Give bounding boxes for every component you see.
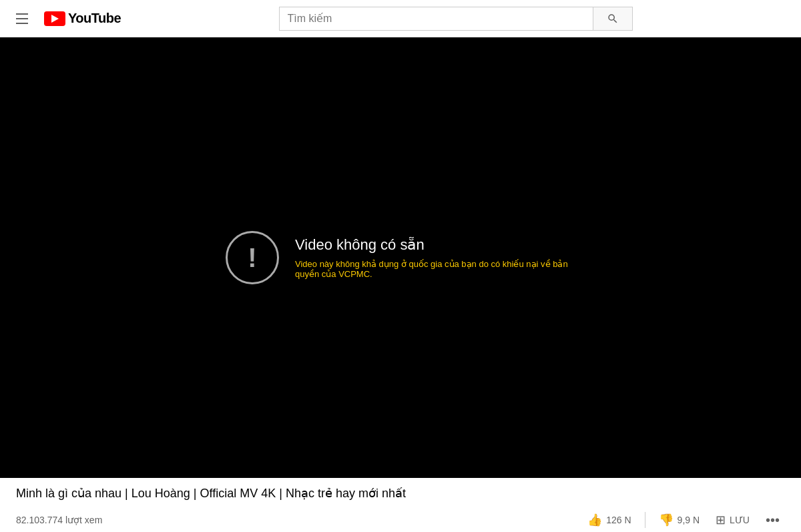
hamburger-menu[interactable] <box>11 8 33 29</box>
video-unavailable-message: ! Video không có sẵn Video này không khả… <box>226 231 575 284</box>
unavailable-icon: ! <box>226 231 279 284</box>
main-content: ! Video không có sẵn Video này không khả… <box>0 37 801 532</box>
dislike-count: 9,9 N <box>678 515 700 525</box>
youtube-logo-icon <box>44 11 65 26</box>
header-center <box>256 7 656 31</box>
video-stats-row: 82.103.774 lượt xem 👍 126 N 👎 9,9 N ⊞ LƯ… <box>16 503 785 532</box>
thumbs-down-icon: 👎 <box>659 513 674 527</box>
like-dislike-separator <box>645 512 645 528</box>
save-icon: ⊞ <box>716 513 726 527</box>
like-button[interactable]: 👍 126 N <box>582 509 636 531</box>
video-player[interactable]: ! Video không có sẵn Video này không khả… <box>0 37 801 478</box>
more-options-button[interactable]: ••• <box>760 510 785 531</box>
video-title: Minh là gì của nhau | Lou Hoàng | Offici… <box>16 486 785 501</box>
save-label: LƯU <box>730 515 750 525</box>
youtube-logo-text: YouTube <box>68 11 121 26</box>
thumbs-up-icon: 👍 <box>587 513 602 527</box>
more-icon: ••• <box>766 513 780 527</box>
like-count: 126 N <box>606 515 631 525</box>
search-input[interactable] <box>279 7 593 31</box>
action-buttons: 👍 126 N 👎 9,9 N ⊞ LƯU ••• <box>582 509 785 531</box>
header-left: YouTube <box>11 8 121 29</box>
video-info: Minh là gì của nhau | Lou Hoàng | Offici… <box>0 478 801 532</box>
view-count: 82.103.774 lượt xem <box>16 515 102 525</box>
search-icon <box>607 13 619 25</box>
unavailable-description: Video này không khả dụng ở quốc gia của … <box>295 259 575 279</box>
save-button[interactable]: ⊞ LƯU <box>710 509 755 531</box>
unavailable-title: Video không có sẵn <box>295 236 575 254</box>
search-button[interactable] <box>593 7 633 31</box>
dislike-button[interactable]: 👎 9,9 N <box>653 509 705 531</box>
header: YouTube <box>0 0 801 37</box>
exclamation-mark: ! <box>248 244 256 271</box>
youtube-logo[interactable]: YouTube <box>44 11 121 26</box>
unavailable-text: Video không có sẵn Video này không khả d… <box>295 236 575 279</box>
search-form <box>279 7 633 31</box>
